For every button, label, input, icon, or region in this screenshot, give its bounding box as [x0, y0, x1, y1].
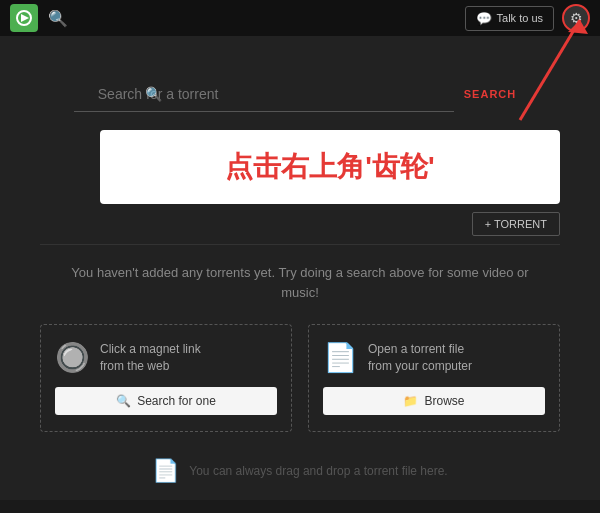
tooltip-box: 点击右上角'齿轮': [100, 130, 560, 204]
talk-to-us-button[interactable]: 💬 Talk to us: [465, 6, 554, 31]
gear-icon: ⚙: [570, 10, 583, 26]
browse-button[interactable]: 📁 Browse: [323, 387, 545, 415]
topbar-right: 💬 Talk to us ⚙: [465, 4, 590, 32]
talk-to-us-label: Talk to us: [497, 12, 543, 24]
file-card-description: Open a torrent filefrom your computer: [368, 341, 472, 375]
open-torrent-card: 📄 Open a torrent filefrom your computer …: [308, 324, 560, 432]
empty-state-message: You haven't added any torrents yet. Try …: [0, 245, 600, 314]
card-top-2: 📄 Open a torrent filefrom your computer: [323, 341, 472, 375]
card-top: 🔘 Click a magnet linkfrom the web: [55, 341, 201, 375]
file-icon: 📄: [323, 341, 358, 374]
magnet-card-description: Click a magnet linkfrom the web: [100, 341, 201, 375]
search-for-one-icon: 🔍: [116, 394, 131, 408]
magnet-link-card: 🔘 Click a magnet linkfrom the web 🔍 Sear…: [40, 324, 292, 432]
search-input[interactable]: [74, 76, 454, 112]
drag-drop-area: 📄 You can always drag and drop a torrent…: [0, 448, 600, 500]
search-for-one-button[interactable]: 🔍 Search for one: [55, 387, 277, 415]
search-area: 🔍 SEARCH: [0, 56, 600, 122]
file-drag-icon: 📄: [152, 458, 179, 484]
search-button[interactable]: SEARCH: [454, 88, 526, 100]
browse-icon: 📁: [403, 394, 418, 408]
toolbar-row: + TORRENT: [0, 212, 600, 244]
settings-button[interactable]: ⚙: [562, 4, 590, 32]
topbar: 🔍 💬 Talk to us ⚙: [0, 0, 600, 36]
topbar-search-icon[interactable]: 🔍: [48, 9, 68, 28]
tooltip-text: 点击右上角'齿轮': [225, 148, 434, 186]
magnet-icon: 🔘: [55, 341, 90, 374]
drag-drop-text: You can always drag and drop a torrent f…: [189, 464, 447, 478]
app-logo[interactable]: [10, 4, 38, 32]
search-magnifier-icon: 🔍: [145, 86, 162, 102]
chat-icon: 💬: [476, 11, 492, 26]
add-torrent-button[interactable]: + TORRENT: [472, 212, 560, 236]
main-content: 🔍 SEARCH 点击右上角'齿轮' + TORRENT You haven't…: [0, 36, 600, 500]
svg-marker-1: [21, 14, 29, 22]
cards-row: 🔘 Click a magnet linkfrom the web 🔍 Sear…: [0, 314, 600, 448]
